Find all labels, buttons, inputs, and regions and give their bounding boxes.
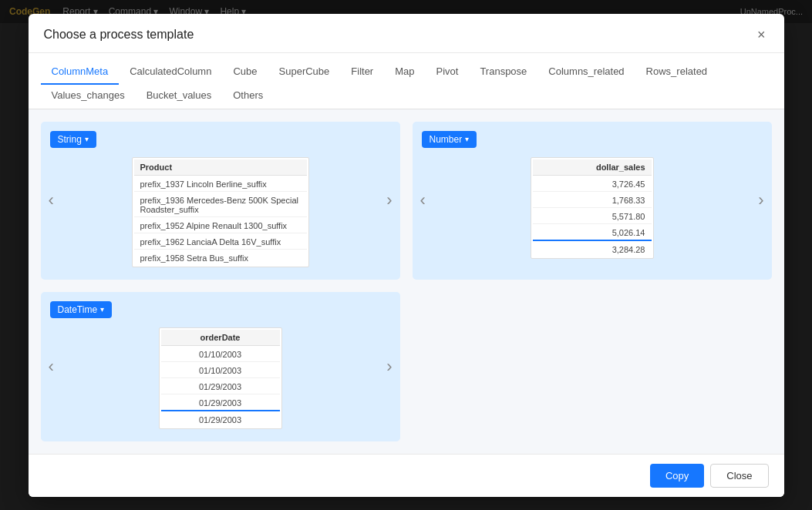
table-row: 3,284.28 (533, 243, 652, 257)
tab-calculatedcolumn[interactable]: CalculatedColumn (119, 61, 222, 85)
tab-columns-related[interactable]: Columns_related (537, 61, 635, 85)
table-row: prefix_1937 Lincoln Berline_suffix (134, 177, 307, 192)
string-caret-icon: ▾ (85, 135, 89, 143)
number-next-button[interactable]: › (755, 187, 767, 213)
tab-columnmeta[interactable]: ColumnMeta (41, 61, 120, 85)
tab-bucket-values[interactable]: Bucket_values (136, 85, 223, 109)
modal-body: String ▾ ‹ Product prefix_1937 Lincoln B… (29, 109, 784, 454)
card-grid: String ▾ ‹ Product prefix_1937 Lincoln B… (41, 122, 772, 441)
datetime-preview-table: orderDate 01/10/2003 01/10/2003 01/29/20… (159, 327, 282, 429)
modal-footer: Copy Close (29, 454, 784, 497)
datetime-prev-button[interactable]: ‹ (45, 354, 57, 380)
number-card: Number ▾ ‹ dollar_sales 3,726.45 1,768.3… (413, 122, 772, 280)
copy-button[interactable]: Copy (650, 464, 704, 488)
number-preview-table: dollar_sales 3,726.45 1,768.33 5,571.80 … (531, 157, 654, 259)
table-row: prefix_1936 Mercedes-Benz 500K Special R… (134, 193, 307, 217)
string-prev-button[interactable]: ‹ (45, 187, 57, 213)
table-row: 01/29/2003 (161, 413, 280, 427)
datetime-card: DateTime ▾ ‹ orderDate 01/10/2003 01/10/… (41, 292, 400, 441)
modal: Choose a process template × ColumnMeta C… (29, 14, 784, 497)
string-col-header: Product (134, 159, 307, 176)
tab-rows-related[interactable]: Rows_related (635, 61, 719, 85)
tab-transpose[interactable]: Transpose (469, 61, 537, 85)
modal-overlay: Choose a process template × ColumnMeta C… (0, 0, 812, 510)
number-col-header: dollar_sales (533, 159, 652, 176)
close-button[interactable]: Close (710, 464, 768, 488)
modal-close-button[interactable]: × (754, 26, 769, 43)
table-row: 01/29/2003 (161, 396, 280, 411)
string-preview-table: Product prefix_1937 Lincoln Berline_suff… (132, 157, 309, 267)
datetime-label-button[interactable]: DateTime ▾ (50, 301, 113, 318)
modal-header: Choose a process template × (29, 14, 784, 53)
tab-pivot[interactable]: Pivot (425, 61, 469, 85)
table-row: 01/29/2003 (161, 380, 280, 394)
table-row: prefix_1952 Alpine Renault 1300_suffix (134, 219, 307, 233)
datetime-card-content: orderDate 01/10/2003 01/10/2003 01/29/20… (50, 324, 391, 432)
tab-values-changes[interactable]: Values_changes (41, 85, 136, 109)
tabs-container: ColumnMeta CalculatedColumn Cube SuperCu… (29, 53, 784, 109)
string-card: String ▾ ‹ Product prefix_1937 Lincoln B… (41, 122, 400, 280)
number-card-content: dollar_sales 3,726.45 1,768.33 5,571.80 … (422, 154, 763, 262)
table-row: prefix_1962 LanciaA Delta 16V_suffix (134, 235, 307, 250)
datetime-caret-icon: ▾ (100, 305, 104, 314)
number-label-button[interactable]: Number ▾ (422, 131, 477, 148)
table-row: 5,026.14 (533, 226, 652, 241)
tab-cube[interactable]: Cube (222, 61, 268, 85)
tab-supercube[interactable]: SuperCube (268, 61, 341, 85)
table-row: 01/10/2003 (161, 347, 280, 362)
number-prev-button[interactable]: ‹ (417, 187, 429, 213)
datetime-next-button[interactable]: › (383, 354, 395, 380)
table-row: 1,768.33 (533, 193, 652, 208)
table-row: 3,726.45 (533, 177, 652, 192)
number-caret-icon: ▾ (465, 135, 469, 143)
table-row: 5,571.80 (533, 210, 652, 224)
modal-title: Choose a process template (44, 28, 194, 42)
string-next-button[interactable]: › (383, 187, 395, 213)
tab-filter[interactable]: Filter (340, 61, 384, 85)
datetime-col-header: orderDate (161, 330, 280, 346)
table-row: prefix_1958 Setra Bus_suffix (134, 251, 307, 265)
string-label-button[interactable]: String ▾ (50, 131, 96, 148)
tab-map[interactable]: Map (384, 61, 425, 85)
string-card-content: Product prefix_1937 Lincoln Berline_suff… (50, 154, 391, 270)
table-row: 01/10/2003 (161, 364, 280, 378)
tab-others[interactable]: Others (222, 85, 274, 109)
